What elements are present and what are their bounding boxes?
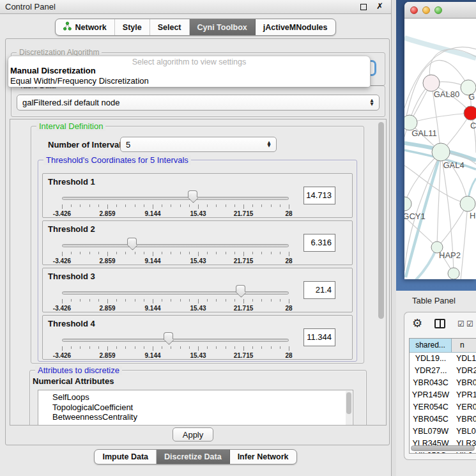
- group-title: Discretization Algorithm: [17, 48, 102, 57]
- tab-style[interactable]: Style: [115, 19, 150, 35]
- table-row[interactable]: YDR27...YDR2: [410, 365, 476, 377]
- tick-mark: [271, 204, 272, 207]
- list-scrollbar[interactable]: [346, 391, 352, 426]
- network-node[interactable]: [448, 268, 459, 279]
- gear-icon[interactable]: ⚙: [412, 316, 422, 330]
- attribute-item-betweennesscentrality[interactable]: BetweennessCentrality: [38, 412, 353, 422]
- tick-label: 15.43: [190, 352, 206, 359]
- tick-mark: [135, 252, 135, 254]
- slider-track[interactable]: [62, 339, 289, 342]
- panel-splitter[interactable]: [391, 0, 396, 476]
- network-canvas[interactable]: GAL80GCGAL11GAL4GCY1HHAP2: [404, 19, 476, 279]
- scrollbar-thumb[interactable]: [378, 122, 384, 319]
- tab-jactivemnodules[interactable]: jActiveMNodules: [256, 19, 335, 35]
- close-panel-icon[interactable]: ✗: [376, 1, 383, 11]
- slider-track[interactable]: [62, 197, 289, 200]
- threshold-value-field[interactable]: 11.344: [303, 328, 335, 346]
- threshold-label: Threshold 2: [48, 224, 95, 234]
- dropdown-option-manual-discretization[interactable]: Manual Discretization: [8, 66, 370, 76]
- group-title: Threshold's Coordinates for 5 Intervals: [43, 155, 191, 165]
- tick-mark: [171, 252, 171, 254]
- threshold-panel-1: Threshold 1-3.4262.8599.14415.4321.71528…: [42, 173, 353, 218]
- zoom-button[interactable]: [434, 6, 442, 14]
- tick-mark: [216, 204, 217, 207]
- tick-mark: [125, 346, 126, 349]
- checkbox-icon[interactable]: ☑: [466, 319, 473, 328]
- apply-button[interactable]: Apply: [173, 427, 213, 441]
- tick-mark: [189, 204, 190, 207]
- tab-infer-network[interactable]: Infer Network: [230, 450, 296, 464]
- cell-name: YBR0: [452, 377, 476, 389]
- checkbox-icon[interactable]: ☑: [457, 319, 464, 328]
- tick-mark: [153, 346, 153, 351]
- tick-label: -3.426: [53, 257, 71, 265]
- tick-mark: [125, 204, 126, 207]
- table-panel: ⚙ ☑ ☑ shared... n YDL19...YDL1YDR27...YD…: [404, 312, 476, 460]
- tab-label: Impute Data: [102, 452, 148, 461]
- table-row[interactable]: YPR145WYPR1: [410, 389, 476, 401]
- table-data-combobox[interactable]: galFiltered.sif default node: [17, 95, 380, 111]
- table-row[interactable]: YBR045CYBR0: [410, 413, 476, 426]
- tick-label: 15.43: [190, 257, 206, 265]
- table-header-row: shared... n: [410, 339, 476, 353]
- tick-mark: [162, 299, 162, 302]
- tick-mark: [162, 346, 162, 349]
- threshold-value-field[interactable]: 21.4: [303, 281, 335, 299]
- slider-track[interactable]: [62, 291, 289, 295]
- numerical-attributes-list[interactable]: SelfLoopsTopologicalCoefficientBetweenne…: [38, 390, 353, 426]
- tick-mark: [153, 204, 153, 209]
- slider-thumb[interactable]: [236, 285, 245, 293]
- tick-mark: [62, 204, 63, 209]
- float-window-icon[interactable]: [360, 4, 367, 10]
- num-intervals-combobox[interactable]: 5: [120, 137, 277, 152]
- network-node-label: G: [468, 92, 475, 102]
- network-node-c[interactable]: [464, 106, 476, 120]
- tick-mark: [89, 299, 90, 302]
- vertical-scrollbar[interactable]: [378, 120, 385, 424]
- network-node-gal4[interactable]: [432, 143, 450, 161]
- tick-mark: [280, 346, 280, 349]
- slider-thumb[interactable]: [164, 332, 173, 340]
- tab-impute-data[interactable]: Impute Data: [95, 450, 157, 464]
- scrollbar-thumb[interactable]: [346, 392, 351, 414]
- attribute-item-topologicalcoefficient[interactable]: TopologicalCoefficient: [38, 403, 353, 413]
- close-button[interactable]: [410, 6, 418, 14]
- tick-mark: [153, 299, 153, 303]
- tick-mark: [98, 299, 99, 302]
- dropdown-option-equal-width-frequency-discretization[interactable]: Equal Width/Frequency Discretization: [8, 76, 370, 86]
- tab-cyni-toolbox[interactable]: Cyni Toolbox: [190, 19, 256, 35]
- scrollbar-thumb[interactable]: [411, 445, 475, 451]
- tick-mark: [189, 252, 190, 254]
- table-row[interactable]: YER054CYER0: [410, 401, 476, 413]
- horizontal-scrollbar[interactable]: [411, 445, 476, 451]
- slider-track[interactable]: [62, 244, 289, 247]
- numerical-attributes-label: Numerical Attributes: [33, 376, 114, 386]
- attribute-item-selfloops[interactable]: SelfLoops: [38, 392, 353, 403]
- column-header-shared-name[interactable]: shared...: [410, 339, 452, 352]
- tick-mark: [62, 346, 63, 351]
- bottom-tab-bar: Impute DataDiscretize DataInfer Network: [0, 449, 391, 464]
- threshold-value-field[interactable]: 14.713: [303, 187, 335, 204]
- tick-mark: [271, 299, 272, 302]
- tick-mark: [252, 346, 253, 349]
- network-node-gcy1[interactable]: [404, 197, 411, 211]
- network-view-window[interactable]: GAL80GCGAL11GAL4GCY1HHAP2: [404, 2, 476, 279]
- tick-mark: [180, 204, 181, 207]
- tab-network[interactable]: Network: [56, 19, 114, 35]
- tick-label: 15.43: [190, 305, 206, 312]
- tick-mark: [234, 204, 235, 207]
- column-header-name[interactable]: n: [452, 339, 476, 352]
- split-columns-icon[interactable]: [434, 319, 445, 328]
- table-row[interactable]: YBL079WYBL0: [410, 426, 476, 438]
- network-node-h[interactable]: [460, 196, 475, 211]
- table-row[interactable]: YBR043CYBR0: [410, 377, 476, 389]
- tab-select[interactable]: Select: [150, 19, 190, 35]
- slider-thumb[interactable]: [188, 190, 197, 198]
- tab-discretize-data[interactable]: Discretize Data: [157, 450, 230, 464]
- slider-thumb[interactable]: [127, 238, 137, 245]
- minimize-button[interactable]: [422, 6, 430, 14]
- network-node-label: H: [470, 211, 475, 220]
- threshold-value-field[interactable]: 6.316: [303, 234, 335, 252]
- tick-mark: [289, 252, 289, 256]
- table-row[interactable]: YDL19...YDL1: [410, 353, 476, 365]
